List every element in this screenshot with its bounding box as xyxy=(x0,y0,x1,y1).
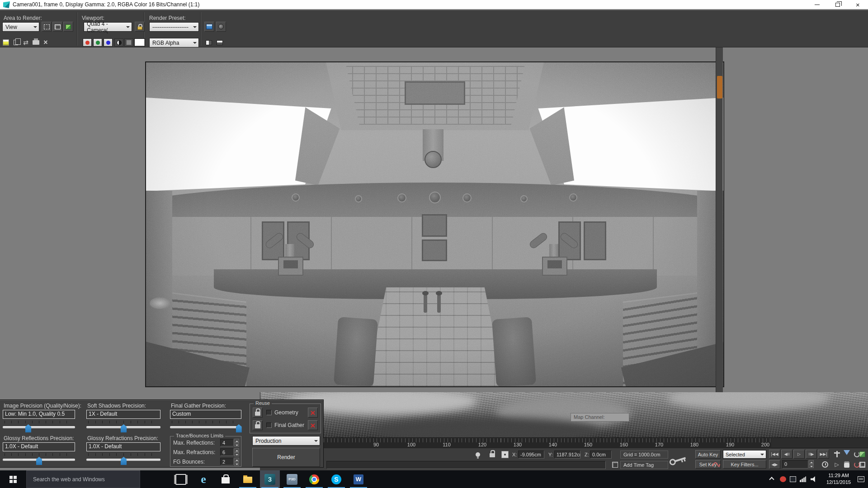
layer-split-button[interactable] xyxy=(204,38,213,47)
time-tag-button[interactable] xyxy=(611,461,618,468)
alpha-channel-button[interactable] xyxy=(124,38,133,47)
speaker-icon[interactable] xyxy=(811,476,817,482)
taskbar-file-explorer[interactable] xyxy=(238,470,258,488)
render-button[interactable]: Render xyxy=(252,448,320,467)
final-gather-slider[interactable] xyxy=(170,421,241,432)
slider-handle[interactable] xyxy=(121,457,127,465)
blue-channel-button[interactable] xyxy=(104,38,113,47)
slider-handle[interactable] xyxy=(25,424,31,432)
glossy-reflections-slider[interactable] xyxy=(3,453,75,465)
render-viewport-button[interactable] xyxy=(63,22,73,32)
save-image-button[interactable] xyxy=(2,38,10,47)
environment-button[interactable] xyxy=(216,22,226,32)
taskbar-store[interactable] xyxy=(216,470,236,488)
glossy-reflections-field[interactable]: 1.0X - Default xyxy=(3,442,75,451)
taskbar-3dsmax-active[interactable]: 3 xyxy=(260,470,280,488)
image-precision-slider[interactable] xyxy=(3,421,75,432)
selection-lock-toggle[interactable] xyxy=(488,450,496,458)
field-of-view-button[interactable] xyxy=(842,450,851,458)
max-reflections-spinner[interactable] xyxy=(234,439,239,447)
frame-spinner[interactable] xyxy=(809,460,814,468)
task-view-button[interactable] xyxy=(175,474,186,485)
set-keys-button[interactable] xyxy=(670,453,690,466)
zoom-extents-button[interactable] xyxy=(832,450,841,458)
taskbar-skype[interactable]: S xyxy=(326,470,346,488)
key-filters-button[interactable]: Key Filters... xyxy=(723,460,766,469)
image-precision-field[interactable]: Low: Min 1.0, Quality 0.5 xyxy=(3,410,75,419)
clear-final-gather-button[interactable]: × xyxy=(308,420,318,430)
taskbar-word[interactable]: W xyxy=(349,470,368,488)
fg-bounces-field[interactable]: 2 xyxy=(220,458,234,465)
previous-frame-button[interactable]: ◀II xyxy=(781,450,793,459)
action-center-icon[interactable] xyxy=(858,476,864,482)
final-gather-field[interactable]: Custom xyxy=(170,410,241,419)
clear-geometry-button[interactable]: × xyxy=(308,408,318,418)
start-button[interactable] xyxy=(0,470,26,488)
lock-viewport-button[interactable] xyxy=(135,22,145,32)
time-configuration-button[interactable] xyxy=(821,460,830,469)
max-refractions-spinner[interactable] xyxy=(234,448,239,456)
soft-shadows-field[interactable]: 1X - Default xyxy=(86,410,160,419)
current-frame-field[interactable]: 0 xyxy=(782,460,808,469)
clone-window-button[interactable]: ⇄ xyxy=(22,38,30,47)
next-frame-button[interactable]: II▶ xyxy=(806,450,817,459)
spinner-up-icon[interactable] xyxy=(809,460,814,464)
render-mode-dropdown[interactable]: Production xyxy=(252,436,320,446)
isolate-toggle[interactable] xyxy=(474,450,482,459)
soft-shadows-slider[interactable] xyxy=(86,421,160,432)
taskbar-p3d[interactable]: P3D xyxy=(282,470,302,488)
slider-handle[interactable] xyxy=(121,424,127,432)
lock-final-gather-button[interactable] xyxy=(253,420,263,430)
scrollbar-handle[interactable] xyxy=(717,76,722,99)
taskbar-clock[interactable]: 11:29 AM 12/11/2015 xyxy=(823,472,854,486)
glossy-refractions-slider[interactable] xyxy=(86,453,160,465)
channel-display-dropdown[interactable]: RGB Alpha xyxy=(149,38,199,47)
close-button[interactable]: × xyxy=(848,0,868,9)
maximize-viewport-toggle[interactable] xyxy=(858,460,867,469)
render-setup-button[interactable] xyxy=(204,22,214,32)
max-refractions-field[interactable]: 6 xyxy=(220,448,234,456)
clear-image-button[interactable]: × xyxy=(42,38,50,47)
z-coordinate-field[interactable]: 0.0cm xyxy=(590,450,612,459)
slider-handle[interactable] xyxy=(36,457,42,465)
track-bar[interactable]: 90 100 110 120 130 140 150 160 170 180 1… xyxy=(260,437,868,448)
go-to-start-button[interactable]: |◀◀ xyxy=(769,450,780,459)
auto-key-button[interactable]: Auto Key xyxy=(695,450,721,459)
x-coordinate-field[interactable]: -9.095cm xyxy=(518,450,544,459)
taskbar-edge[interactable]: e xyxy=(193,470,213,488)
print-image-button[interactable] xyxy=(32,38,40,47)
go-to-end-button[interactable]: ▶▶| xyxy=(818,450,829,459)
timeline-ruler[interactable]: 90 100 110 120 130 140 150 160 170 180 1… xyxy=(324,438,771,448)
default-tangent-icon[interactable] xyxy=(712,461,720,468)
zoom-all-button[interactable] xyxy=(858,450,867,458)
monochrome-button[interactable] xyxy=(114,38,123,47)
y-coordinate-field[interactable]: 1187.912cm xyxy=(554,450,580,459)
tray-app-icon[interactable] xyxy=(790,476,796,482)
area-to-render-dropdown[interactable]: View xyxy=(2,22,39,32)
final-gather-checkbox[interactable] xyxy=(266,422,272,428)
max-reflections-field[interactable]: 4 xyxy=(220,439,234,446)
viewport-dropdown[interactable]: Quad 4 - Camera( xyxy=(84,22,132,32)
lock-geometry-button[interactable] xyxy=(253,408,263,418)
frame-compare-button[interactable] xyxy=(215,38,224,47)
green-channel-button[interactable] xyxy=(93,38,102,47)
network-icon[interactable] xyxy=(800,476,806,482)
add-time-tag[interactable]: Add Time Tag xyxy=(620,461,668,469)
selection-set-dropdown[interactable]: Selected xyxy=(723,450,766,459)
fg-bounces-spinner[interactable] xyxy=(234,458,239,466)
tray-expand-icon[interactable] xyxy=(769,477,774,482)
pan-view-button[interactable] xyxy=(842,460,851,469)
key-mode-toggle[interactable]: ◀▶ xyxy=(769,460,780,469)
taskbar-search-input[interactable]: Search the web and Windows xyxy=(26,470,140,488)
minimize-button[interactable] xyxy=(807,0,827,9)
clear-color-swatch[interactable] xyxy=(134,38,145,47)
slider-handle[interactable] xyxy=(236,424,242,432)
zoom-region-button[interactable]: ▷ xyxy=(832,460,841,469)
geometry-checkbox[interactable] xyxy=(266,410,272,415)
maximize-button[interactable] xyxy=(827,0,848,9)
copy-image-button[interactable] xyxy=(12,38,20,47)
render-preset-dropdown[interactable]: -------------------- xyxy=(149,22,199,32)
glossy-refractions-field[interactable]: 1.0X - Default xyxy=(86,442,160,451)
taskbar-chrome[interactable] xyxy=(304,470,324,488)
transform-type-in-button[interactable] xyxy=(500,450,509,459)
